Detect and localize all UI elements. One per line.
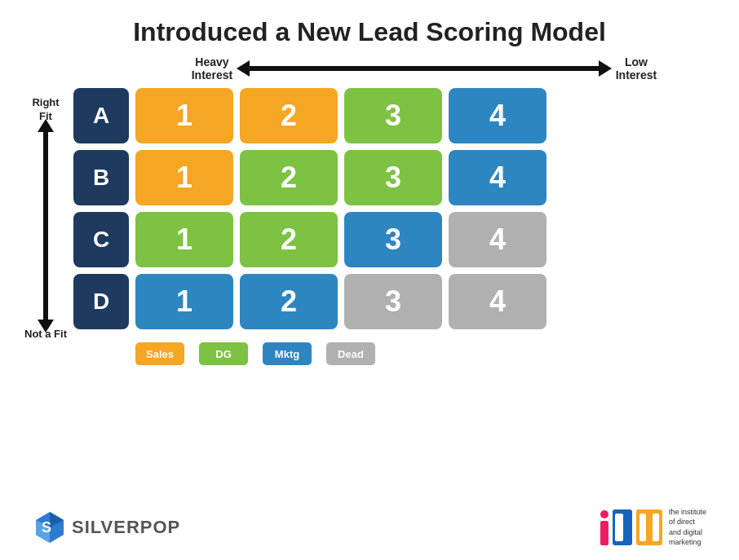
cell-c3: 3 [344, 212, 442, 267]
legend-row: Sales DG Mktg Dead [73, 342, 715, 365]
legend-sales: Sales [135, 342, 184, 365]
page: Introduced a New Lead Scoring Model Heav… [0, 0, 739, 560]
silverpop-logo: S SILVERPOP [33, 510, 180, 545]
legend-dead-box: Dead [326, 342, 375, 365]
cell-b4: 4 [449, 150, 547, 205]
cell-d1: 1 [135, 274, 233, 329]
legend-dead-label: Dead [338, 348, 364, 360]
interest-arrow [245, 66, 604, 71]
cell-c4: 4 [449, 212, 547, 267]
grid-row-d: D 1 2 3 4 [73, 274, 715, 329]
idm-logo: the instituteof directand digitalmarketi… [600, 507, 706, 548]
cell-a3: 3 [344, 88, 442, 143]
silverpop-text: SILVERPOP [72, 517, 180, 538]
cell-a1: 1 [135, 88, 233, 143]
legend-dg: DG [199, 342, 248, 365]
legend-mktg-label: Mktg [275, 348, 299, 360]
idm-description: the instituteof directand digitalmarketi… [669, 507, 706, 548]
interest-axis-row: HeavyInterest LowInterest [24, 55, 715, 82]
grid-row-c: C 1 2 3 4 [73, 212, 715, 267]
heavy-interest-label: HeavyInterest [179, 55, 245, 82]
legend-mktg: Mktg [263, 342, 312, 365]
cell-b3: 3 [344, 150, 442, 205]
legend-dg-label: DG [215, 348, 232, 360]
scoring-grid: A 1 2 3 4 B 1 2 3 4 C 1 2 3 4 [73, 88, 715, 365]
cell-c2: 2 [240, 212, 338, 267]
grid-row-b: B 1 2 3 4 [73, 150, 715, 205]
low-interest-label: LowInterest [604, 55, 669, 82]
idm-icon [600, 509, 662, 545]
row-label-b: B [73, 150, 129, 205]
row-label-c: C [73, 212, 129, 267]
cell-b1: 1 [135, 150, 233, 205]
grid-row-a: A 1 2 3 4 [73, 88, 715, 143]
legend-mktg-box: Mktg [263, 342, 312, 365]
main-area: RightFit Not a Fit A 1 2 3 4 B 1 2 3 4 [24, 88, 715, 506]
row-label-a: A [73, 88, 129, 143]
legend-dead: Dead [326, 342, 375, 365]
silverpop-icon: S [33, 510, 67, 545]
legend-dg-box: DG [199, 342, 248, 365]
svg-text:S: S [42, 519, 51, 536]
cell-c1: 1 [135, 212, 233, 267]
cell-d2: 2 [240, 274, 338, 329]
fit-arrow [43, 127, 48, 324]
footer: S SILVERPOP [24, 507, 715, 548]
page-title: Introduced a New Lead Scoring Model [133, 16, 606, 47]
cell-d4: 4 [449, 274, 547, 329]
legend-sales-label: Sales [146, 348, 174, 360]
cell-a4: 4 [449, 88, 547, 143]
row-label-d: D [73, 274, 129, 329]
fit-axis: RightFit Not a Fit [24, 88, 67, 349]
cell-d3: 3 [344, 274, 442, 329]
cell-b2: 2 [240, 150, 338, 205]
cell-a2: 2 [240, 88, 338, 143]
legend-sales-box: Sales [135, 342, 184, 365]
